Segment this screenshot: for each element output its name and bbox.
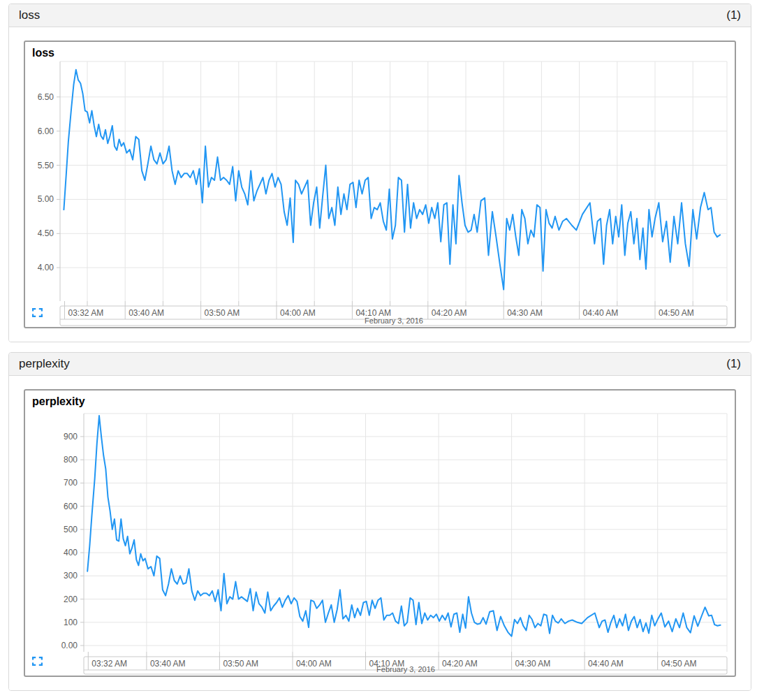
svg-text:300: 300 [64, 571, 78, 581]
svg-text:03:50 AM: 03:50 AM [205, 308, 240, 318]
svg-text:0.00: 0.00 [61, 641, 78, 650]
group-title: loss [19, 8, 40, 22]
svg-text:100: 100 [64, 618, 78, 627]
scalar-group-loss: loss (1) 6.506.005.505.004.504.0003:32 A… [8, 3, 751, 342]
svg-text:04:00 AM: 04:00 AM [296, 659, 332, 669]
svg-text:900: 900 [64, 432, 78, 442]
group-body: 9008007006005004003002001000.0003:32 AM0… [9, 376, 751, 690]
svg-text:03:32 AM: 03:32 AM [68, 308, 104, 318]
svg-text:6.00: 6.00 [38, 126, 54, 136]
svg-text:6.50: 6.50 [38, 92, 54, 102]
svg-text:800: 800 [64, 455, 78, 465]
svg-text:04:40 AM: 04:40 AM [583, 308, 619, 318]
svg-text:200: 200 [64, 595, 78, 604]
chart-card-loss: 6.506.005.505.004.504.0003:32 AM03:40 AM… [24, 41, 736, 328]
group-title: perplexity [19, 357, 70, 371]
svg-text:5.50: 5.50 [38, 161, 54, 170]
svg-text:03:40 AM: 03:40 AM [128, 308, 164, 318]
svg-text:03:50 AM: 03:50 AM [223, 659, 258, 669]
scalar-group-perplexity: perplexity (1) 9008007006005004003002001… [8, 352, 751, 691]
chart-title: loss [32, 47, 54, 59]
group-count-badge: (1) [726, 357, 741, 371]
svg-text:04:50 AM: 04:50 AM [659, 308, 694, 318]
group-header-loss[interactable]: loss (1) [9, 4, 751, 27]
svg-text:4.50: 4.50 [38, 228, 54, 238]
chart-title: perplexity [32, 395, 85, 408]
svg-text:February 3, 2016: February 3, 2016 [365, 316, 423, 325]
svg-text:04:40 AM: 04:40 AM [588, 659, 624, 669]
perplexity-line-chart[interactable]: 9008007006005004003002001000.0003:32 AM0… [25, 391, 735, 676]
svg-text:400: 400 [64, 548, 78, 557]
chart-card-perplexity: 9008007006005004003002001000.0003:32 AM0… [24, 389, 736, 677]
svg-text:500: 500 [64, 525, 78, 534]
svg-text:03:40 AM: 03:40 AM [150, 659, 186, 669]
svg-text:04:20 AM: 04:20 AM [442, 659, 478, 669]
svg-text:February 3, 2016: February 3, 2016 [376, 665, 435, 673]
group-body: 6.506.005.505.004.504.0003:32 AM03:40 AM… [9, 27, 751, 342]
expand-icon[interactable] [32, 308, 43, 317]
group-header-perplexity[interactable]: perplexity (1) [9, 353, 751, 376]
svg-text:03:32 AM: 03:32 AM [91, 659, 127, 669]
svg-text:04:00 AM: 04:00 AM [280, 308, 316, 318]
svg-text:4.00: 4.00 [38, 263, 54, 272]
svg-text:04:50 AM: 04:50 AM [661, 659, 697, 669]
group-count-badge: (1) [726, 8, 741, 22]
svg-text:5.00: 5.00 [38, 194, 54, 204]
expand-icon[interactable] [32, 657, 43, 666]
loss-line-chart[interactable]: 6.506.005.505.004.504.0003:32 AM03:40 AM… [25, 42, 735, 327]
svg-text:04:30 AM: 04:30 AM [507, 308, 543, 318]
svg-text:04:30 AM: 04:30 AM [515, 659, 551, 669]
svg-text:600: 600 [64, 502, 78, 511]
svg-text:700: 700 [64, 478, 78, 488]
svg-text:04:20 AM: 04:20 AM [432, 308, 467, 318]
